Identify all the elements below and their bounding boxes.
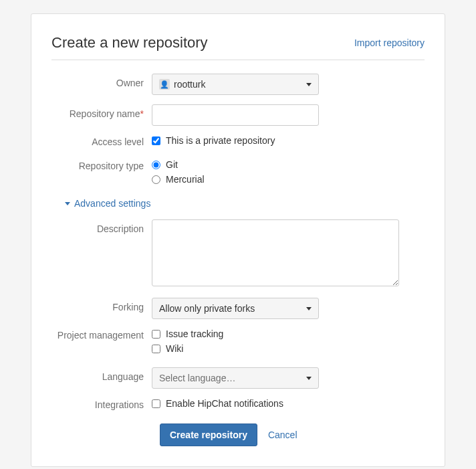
hipchat-line[interactable]: Enable HipChat notifications bbox=[152, 398, 425, 409]
label-integrations: Integrations bbox=[51, 398, 152, 410]
private-checkbox-label: This is a private repository bbox=[166, 135, 275, 146]
row-integrations: Integrations Enable HipChat notification… bbox=[51, 398, 425, 413]
cancel-link[interactable]: Cancel bbox=[268, 430, 298, 440]
chevron-down-icon bbox=[306, 83, 312, 86]
row-description: Description bbox=[51, 219, 425, 288]
row-access-level: Access level This is a private repositor… bbox=[51, 135, 425, 150]
radio-mercurial[interactable] bbox=[152, 175, 160, 184]
create-repo-card: Create a new repository Import repositor… bbox=[31, 13, 445, 467]
owner-value: rootturk bbox=[174, 79, 205, 90]
row-language: Language Select language… bbox=[51, 367, 425, 389]
label-access-level: Access level bbox=[51, 135, 152, 147]
radio-git[interactable] bbox=[152, 161, 160, 169]
repo-type-git[interactable]: Git bbox=[152, 159, 425, 170]
repo-type-mercurial[interactable]: Mercurial bbox=[152, 174, 425, 185]
advanced-settings-label: Advanced settings bbox=[74, 198, 150, 209]
page-title: Create a new repository bbox=[51, 34, 208, 52]
wiki-checkbox[interactable] bbox=[152, 345, 160, 353]
language-placeholder: Select language… bbox=[159, 373, 235, 383]
label-language: Language bbox=[51, 367, 152, 382]
actions: Create repository Cancel bbox=[160, 424, 425, 446]
row-project-mgmt: Project management Issue tracking Wiki bbox=[51, 329, 425, 358]
hipchat-label: Enable HipChat notifications bbox=[166, 398, 283, 409]
row-repo-type: Repository type Git Mercurial bbox=[51, 159, 425, 189]
repo-name-input[interactable] bbox=[152, 104, 319, 126]
wiki-line[interactable]: Wiki bbox=[152, 343, 425, 354]
owner-select[interactable]: 👤 rootturk bbox=[152, 74, 319, 95]
label-forking: Forking bbox=[51, 298, 152, 312]
issue-tracking-label: Issue tracking bbox=[166, 329, 223, 339]
forking-select[interactable]: Allow only private forks bbox=[152, 298, 319, 319]
private-checkbox-line[interactable]: This is a private repository bbox=[152, 135, 425, 146]
header: Create a new repository Import repositor… bbox=[51, 34, 425, 60]
import-repository-link[interactable]: Import repository bbox=[354, 37, 425, 48]
radio-mercurial-label: Mercurial bbox=[166, 174, 205, 185]
chevron-down-icon bbox=[306, 307, 312, 310]
forking-value: Allow only private forks bbox=[159, 303, 255, 314]
row-owner: Owner 👤 rootturk bbox=[51, 74, 425, 95]
label-repo-type: Repository type bbox=[51, 159, 152, 171]
row-repo-name: Repository name* bbox=[51, 104, 425, 126]
row-forking: Forking Allow only private forks bbox=[51, 298, 425, 319]
create-repository-button[interactable]: Create repository bbox=[160, 424, 257, 446]
chevron-down-icon bbox=[65, 202, 70, 205]
chevron-down-icon bbox=[306, 377, 312, 380]
issue-tracking-checkbox[interactable] bbox=[152, 330, 160, 339]
label-project-mgmt: Project management bbox=[51, 329, 152, 341]
hipchat-checkbox[interactable] bbox=[152, 399, 160, 408]
avatar-icon: 👤 bbox=[159, 79, 170, 90]
wiki-label: Wiki bbox=[166, 343, 183, 354]
private-checkbox[interactable] bbox=[152, 136, 160, 145]
issue-tracking-line[interactable]: Issue tracking bbox=[152, 329, 425, 339]
required-mark: * bbox=[140, 108, 144, 119]
label-description: Description bbox=[51, 219, 152, 234]
radio-git-label: Git bbox=[166, 159, 178, 170]
advanced-settings-toggle[interactable]: Advanced settings bbox=[65, 198, 425, 209]
label-owner: Owner bbox=[51, 74, 152, 88]
label-repo-name: Repository name* bbox=[51, 104, 152, 119]
language-select[interactable]: Select language… bbox=[152, 367, 319, 389]
description-textarea[interactable] bbox=[152, 219, 399, 286]
